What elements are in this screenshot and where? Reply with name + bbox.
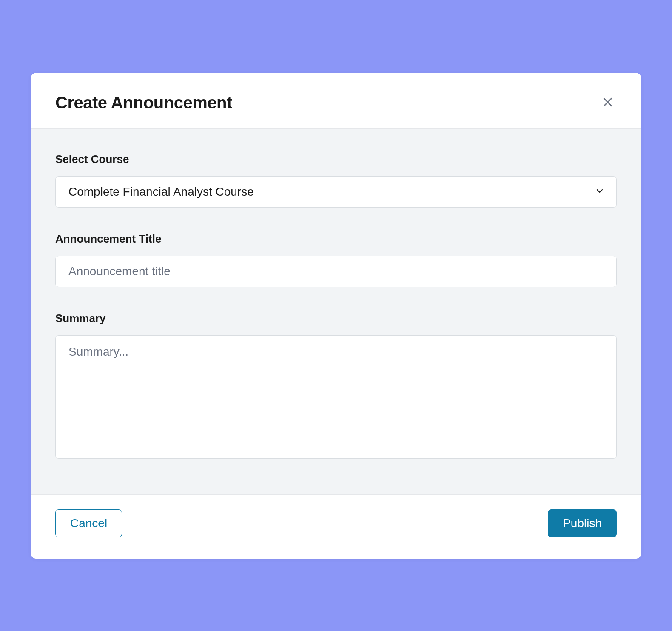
summary-textarea[interactable] <box>55 335 617 459</box>
modal-footer: Cancel Publish <box>31 494 641 559</box>
close-button[interactable] <box>599 93 617 112</box>
announcement-title-input[interactable] <box>55 256 617 287</box>
close-icon <box>601 96 614 110</box>
title-label: Announcement Title <box>55 232 617 246</box>
title-field-group: Announcement Title <box>55 232 617 287</box>
modal-body: Select Course Complete Financial Analyst… <box>31 129 641 494</box>
publish-button[interactable]: Publish <box>548 509 617 537</box>
modal-title: Create Announcement <box>55 93 232 112</box>
course-select[interactable]: Complete Financial Analyst Course <box>55 176 617 208</box>
cancel-button[interactable]: Cancel <box>55 509 122 537</box>
modal-header: Create Announcement <box>31 73 641 129</box>
summary-field-group: Summary <box>55 312 617 460</box>
create-announcement-modal: Create Announcement Select Course Comple… <box>31 73 641 559</box>
summary-label: Summary <box>55 312 617 325</box>
course-label: Select Course <box>55 153 617 166</box>
course-select-wrapper: Complete Financial Analyst Course <box>55 176 617 208</box>
course-field-group: Select Course Complete Financial Analyst… <box>55 153 617 208</box>
